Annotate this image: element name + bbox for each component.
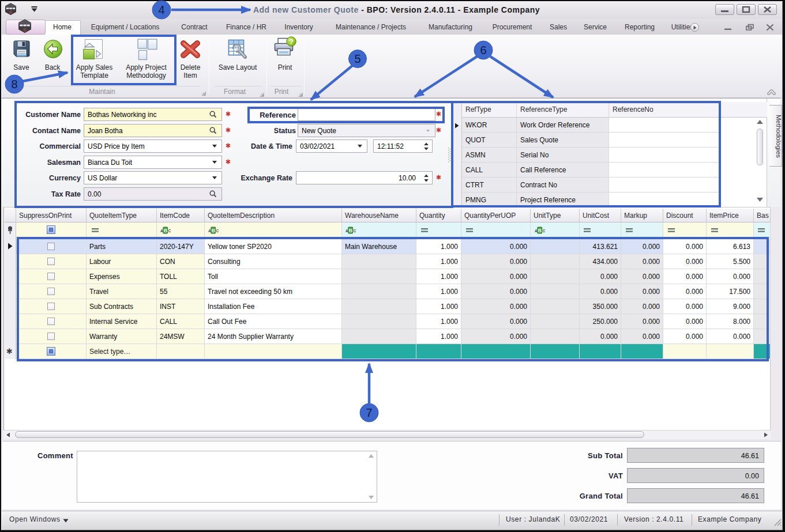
svg-text:?: ? [289,37,294,46]
